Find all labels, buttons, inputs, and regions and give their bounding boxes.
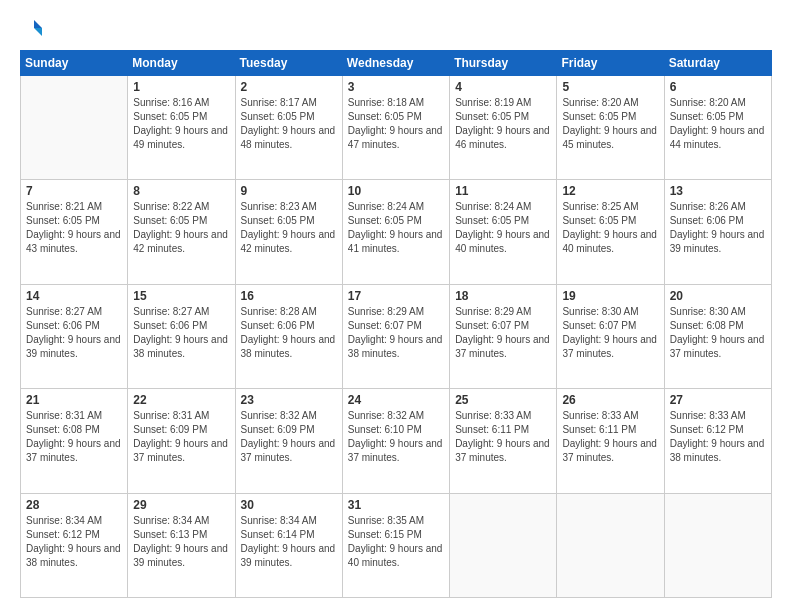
logo: [20, 18, 44, 40]
svg-marker-1: [34, 28, 42, 36]
logo-icon: [20, 18, 42, 40]
day-info: Sunrise: 8:21 AMSunset: 6:05 PMDaylight:…: [26, 200, 122, 256]
day-info: Sunrise: 8:32 AMSunset: 6:09 PMDaylight:…: [241, 409, 337, 465]
day-number: 22: [133, 393, 229, 407]
day-number: 31: [348, 498, 444, 512]
calendar-cell: 29Sunrise: 8:34 AMSunset: 6:13 PMDayligh…: [128, 493, 235, 597]
day-info: Sunrise: 8:29 AMSunset: 6:07 PMDaylight:…: [455, 305, 551, 361]
page: SundayMondayTuesdayWednesdayThursdayFrid…: [0, 0, 792, 612]
weekday-header: Thursday: [450, 51, 557, 76]
calendar-cell: 2Sunrise: 8:17 AMSunset: 6:05 PMDaylight…: [235, 76, 342, 180]
day-info: Sunrise: 8:20 AMSunset: 6:05 PMDaylight:…: [562, 96, 658, 152]
calendar-cell: 8Sunrise: 8:22 AMSunset: 6:05 PMDaylight…: [128, 180, 235, 284]
calendar-cell: 9Sunrise: 8:23 AMSunset: 6:05 PMDaylight…: [235, 180, 342, 284]
calendar-cell: 4Sunrise: 8:19 AMSunset: 6:05 PMDaylight…: [450, 76, 557, 180]
day-info: Sunrise: 8:23 AMSunset: 6:05 PMDaylight:…: [241, 200, 337, 256]
day-number: 2: [241, 80, 337, 94]
weekday-header: Sunday: [21, 51, 128, 76]
day-number: 7: [26, 184, 122, 198]
calendar-cell: 19Sunrise: 8:30 AMSunset: 6:07 PMDayligh…: [557, 284, 664, 388]
calendar-cell: 12Sunrise: 8:25 AMSunset: 6:05 PMDayligh…: [557, 180, 664, 284]
day-number: 9: [241, 184, 337, 198]
day-info: Sunrise: 8:16 AMSunset: 6:05 PMDaylight:…: [133, 96, 229, 152]
day-number: 10: [348, 184, 444, 198]
weekday-header: Saturday: [664, 51, 771, 76]
day-info: Sunrise: 8:33 AMSunset: 6:12 PMDaylight:…: [670, 409, 766, 465]
calendar-cell: 6Sunrise: 8:20 AMSunset: 6:05 PMDaylight…: [664, 76, 771, 180]
day-info: Sunrise: 8:18 AMSunset: 6:05 PMDaylight:…: [348, 96, 444, 152]
day-number: 11: [455, 184, 551, 198]
day-number: 23: [241, 393, 337, 407]
day-info: Sunrise: 8:30 AMSunset: 6:08 PMDaylight:…: [670, 305, 766, 361]
day-number: 6: [670, 80, 766, 94]
calendar-week-row: 28Sunrise: 8:34 AMSunset: 6:12 PMDayligh…: [21, 493, 772, 597]
day-number: 19: [562, 289, 658, 303]
day-info: Sunrise: 8:30 AMSunset: 6:07 PMDaylight:…: [562, 305, 658, 361]
weekday-header: Friday: [557, 51, 664, 76]
day-number: 16: [241, 289, 337, 303]
day-info: Sunrise: 8:22 AMSunset: 6:05 PMDaylight:…: [133, 200, 229, 256]
calendar-cell: 31Sunrise: 8:35 AMSunset: 6:15 PMDayligh…: [342, 493, 449, 597]
day-number: 12: [562, 184, 658, 198]
calendar-cell: 3Sunrise: 8:18 AMSunset: 6:05 PMDaylight…: [342, 76, 449, 180]
day-number: 3: [348, 80, 444, 94]
day-info: Sunrise: 8:34 AMSunset: 6:13 PMDaylight:…: [133, 514, 229, 570]
day-info: Sunrise: 8:17 AMSunset: 6:05 PMDaylight:…: [241, 96, 337, 152]
day-info: Sunrise: 8:28 AMSunset: 6:06 PMDaylight:…: [241, 305, 337, 361]
svg-marker-0: [34, 20, 42, 28]
calendar-cell: 27Sunrise: 8:33 AMSunset: 6:12 PMDayligh…: [664, 389, 771, 493]
calendar-header-row: SundayMondayTuesdayWednesdayThursdayFrid…: [21, 51, 772, 76]
day-number: 18: [455, 289, 551, 303]
day-number: 17: [348, 289, 444, 303]
calendar-cell: [21, 76, 128, 180]
day-info: Sunrise: 8:24 AMSunset: 6:05 PMDaylight:…: [455, 200, 551, 256]
day-number: 13: [670, 184, 766, 198]
day-info: Sunrise: 8:31 AMSunset: 6:09 PMDaylight:…: [133, 409, 229, 465]
calendar-cell: 1Sunrise: 8:16 AMSunset: 6:05 PMDaylight…: [128, 76, 235, 180]
calendar-cell: 20Sunrise: 8:30 AMSunset: 6:08 PMDayligh…: [664, 284, 771, 388]
calendar-cell: 7Sunrise: 8:21 AMSunset: 6:05 PMDaylight…: [21, 180, 128, 284]
calendar-cell: 30Sunrise: 8:34 AMSunset: 6:14 PMDayligh…: [235, 493, 342, 597]
weekday-header: Monday: [128, 51, 235, 76]
day-number: 5: [562, 80, 658, 94]
day-info: Sunrise: 8:25 AMSunset: 6:05 PMDaylight:…: [562, 200, 658, 256]
calendar-cell: 21Sunrise: 8:31 AMSunset: 6:08 PMDayligh…: [21, 389, 128, 493]
day-number: 4: [455, 80, 551, 94]
day-info: Sunrise: 8:26 AMSunset: 6:06 PMDaylight:…: [670, 200, 766, 256]
calendar-cell: 28Sunrise: 8:34 AMSunset: 6:12 PMDayligh…: [21, 493, 128, 597]
day-info: Sunrise: 8:33 AMSunset: 6:11 PMDaylight:…: [455, 409, 551, 465]
day-info: Sunrise: 8:27 AMSunset: 6:06 PMDaylight:…: [133, 305, 229, 361]
day-info: Sunrise: 8:31 AMSunset: 6:08 PMDaylight:…: [26, 409, 122, 465]
header: [20, 18, 772, 40]
calendar-cell: 24Sunrise: 8:32 AMSunset: 6:10 PMDayligh…: [342, 389, 449, 493]
calendar-week-row: 21Sunrise: 8:31 AMSunset: 6:08 PMDayligh…: [21, 389, 772, 493]
day-info: Sunrise: 8:19 AMSunset: 6:05 PMDaylight:…: [455, 96, 551, 152]
day-info: Sunrise: 8:27 AMSunset: 6:06 PMDaylight:…: [26, 305, 122, 361]
calendar-cell: 26Sunrise: 8:33 AMSunset: 6:11 PMDayligh…: [557, 389, 664, 493]
calendar-week-row: 1Sunrise: 8:16 AMSunset: 6:05 PMDaylight…: [21, 76, 772, 180]
day-number: 29: [133, 498, 229, 512]
day-info: Sunrise: 8:32 AMSunset: 6:10 PMDaylight:…: [348, 409, 444, 465]
day-number: 20: [670, 289, 766, 303]
day-info: Sunrise: 8:34 AMSunset: 6:14 PMDaylight:…: [241, 514, 337, 570]
weekday-header: Wednesday: [342, 51, 449, 76]
calendar-cell: 11Sunrise: 8:24 AMSunset: 6:05 PMDayligh…: [450, 180, 557, 284]
calendar-cell: 22Sunrise: 8:31 AMSunset: 6:09 PMDayligh…: [128, 389, 235, 493]
calendar-cell: 10Sunrise: 8:24 AMSunset: 6:05 PMDayligh…: [342, 180, 449, 284]
calendar-cell: 15Sunrise: 8:27 AMSunset: 6:06 PMDayligh…: [128, 284, 235, 388]
calendar-week-row: 14Sunrise: 8:27 AMSunset: 6:06 PMDayligh…: [21, 284, 772, 388]
calendar-cell: 17Sunrise: 8:29 AMSunset: 6:07 PMDayligh…: [342, 284, 449, 388]
day-info: Sunrise: 8:29 AMSunset: 6:07 PMDaylight:…: [348, 305, 444, 361]
calendar-cell: [557, 493, 664, 597]
calendar-table: SundayMondayTuesdayWednesdayThursdayFrid…: [20, 50, 772, 598]
calendar-cell: 14Sunrise: 8:27 AMSunset: 6:06 PMDayligh…: [21, 284, 128, 388]
day-number: 8: [133, 184, 229, 198]
day-number: 21: [26, 393, 122, 407]
day-info: Sunrise: 8:20 AMSunset: 6:05 PMDaylight:…: [670, 96, 766, 152]
calendar-cell: 13Sunrise: 8:26 AMSunset: 6:06 PMDayligh…: [664, 180, 771, 284]
day-number: 26: [562, 393, 658, 407]
calendar-cell: 25Sunrise: 8:33 AMSunset: 6:11 PMDayligh…: [450, 389, 557, 493]
day-number: 27: [670, 393, 766, 407]
day-number: 25: [455, 393, 551, 407]
day-number: 30: [241, 498, 337, 512]
